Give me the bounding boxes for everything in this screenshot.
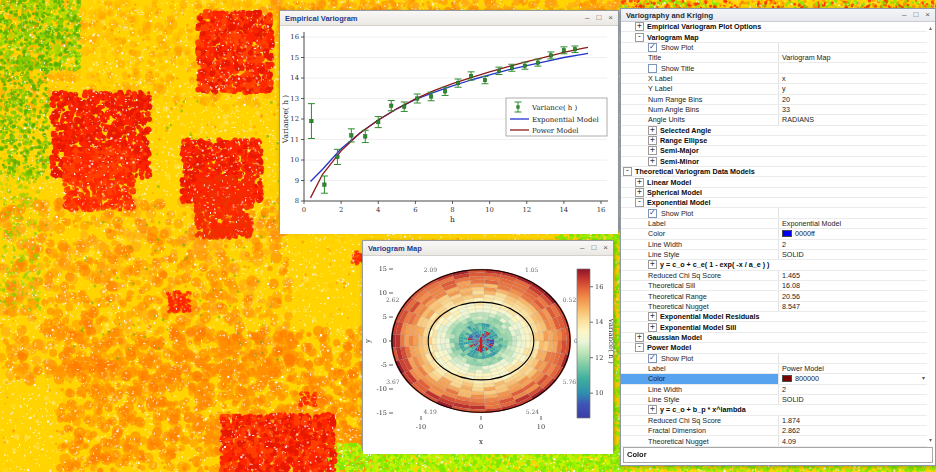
property-value-cell[interactable]: RADIANS <box>778 115 927 124</box>
property-value-cell[interactable]: Variogram Map <box>778 53 927 62</box>
checkbox-checked-icon[interactable] <box>648 209 657 218</box>
property-row[interactable]: Show Plot <box>621 208 927 218</box>
property-value-cell[interactable] <box>778 354 927 363</box>
expand-icon[interactable]: + <box>648 136 657 145</box>
expand-icon[interactable]: + <box>648 126 657 135</box>
property-row[interactable]: LabelPower Model <box>621 364 927 374</box>
property-category-row[interactable]: -Variogram Map <box>621 32 927 42</box>
checkbox-unchecked-icon[interactable] <box>648 64 657 73</box>
expand-icon[interactable]: + <box>648 405 657 414</box>
property-value-cell[interactable]: 33 <box>778 105 927 114</box>
collapse-icon[interactable]: - <box>623 167 632 176</box>
property-value-cell[interactable] <box>778 63 927 72</box>
property-row[interactable]: TitleVariogram Map <box>621 53 927 63</box>
property-value-cell[interactable]: 2.862 <box>778 426 927 435</box>
minimize-icon[interactable]: – <box>902 11 906 19</box>
collapse-icon[interactable]: - <box>635 198 644 207</box>
property-row[interactable]: X Labelx <box>621 74 927 84</box>
property-row[interactable]: Num Range Bins20 <box>621 95 927 105</box>
property-row[interactable]: Line StyleSOLID <box>621 395 927 405</box>
expand-icon[interactable]: + <box>648 260 657 269</box>
property-category-row[interactable]: +Exponential Model Residuals <box>621 312 927 322</box>
property-value-cell[interactable]: 20.56 <box>778 291 927 300</box>
property-row[interactable]: Theoretical Nugget8.547 <box>621 302 927 312</box>
variogram-map-plot[interactable] <box>363 256 613 450</box>
property-value-cell[interactable]: Exponential Model <box>778 219 927 228</box>
maximize-icon[interactable]: □ <box>591 244 596 252</box>
property-row[interactable]: Fractal Dimension2.862 <box>621 426 927 436</box>
property-row[interactable]: Theoretical Range20.56 <box>621 291 927 301</box>
property-value-cell[interactable]: SOLID <box>778 250 927 259</box>
property-value-cell[interactable]: 2 <box>778 240 927 249</box>
expand-icon[interactable]: + <box>635 22 644 31</box>
property-category-row[interactable]: +Spherical Model <box>621 188 927 198</box>
property-category-row[interactable]: +Semi-Major <box>621 146 927 156</box>
property-category-row[interactable]: +Semi-Minor <box>621 157 927 167</box>
property-row[interactable]: Line StyleSOLID <box>621 250 927 260</box>
property-value-cell[interactable]: 1.874 <box>778 416 927 425</box>
close-icon[interactable]: × <box>925 11 930 19</box>
property-category-row[interactable]: +Exponential Model Sill <box>621 322 927 332</box>
property-value-cell[interactable]: Power Model <box>778 364 927 373</box>
property-category-row[interactable]: -Theoretical Variogram Data Models <box>621 167 927 177</box>
property-row[interactable]: Angle UnitsRADIANS <box>621 115 927 125</box>
property-category-row[interactable]: +y = c_o + b_p * x^lambda <box>621 405 927 415</box>
checkbox-checked-icon[interactable] <box>648 43 657 52</box>
expand-icon[interactable]: + <box>635 188 644 197</box>
property-value-cell[interactable]: SOLID <box>778 395 927 404</box>
expand-icon[interactable]: + <box>648 157 657 166</box>
property-value-cell[interactable]: 0000ff <box>778 229 927 238</box>
property-row[interactable]: Theoretical Nugget4.09 <box>621 436 927 446</box>
property-category-row[interactable]: -Power Model <box>621 343 927 353</box>
variogram-map-titlebar[interactable]: Variogram Map – □ × <box>363 241 613 256</box>
minimize-icon[interactable]: – <box>585 14 589 22</box>
panel-titlebar[interactable]: Variography and Kriging – □ × <box>621 9 935 22</box>
empirical-variogram-plot[interactable]: 89101112131415160246810121416hVariance( … <box>280 26 618 230</box>
property-value-cell[interactable]: y <box>778 84 927 93</box>
checkbox-checked-icon[interactable] <box>648 354 657 363</box>
expand-icon[interactable]: + <box>635 178 644 187</box>
scroll-up-icon[interactable]: ▴ <box>929 25 932 31</box>
property-value-cell[interactable]: x <box>778 74 927 83</box>
property-value-cell[interactable]: 800000▾ <box>778 374 927 383</box>
property-row[interactable]: Reduced Chi Sq Score1.465 <box>621 271 927 281</box>
property-value-cell[interactable]: 8.547 <box>778 302 927 311</box>
property-value-cell[interactable]: 4.09 <box>778 436 927 445</box>
property-row[interactable]: Color0000ff <box>621 229 927 239</box>
maximize-icon[interactable]: □ <box>913 11 918 19</box>
property-category-row[interactable]: +y = c_o + c_e( 1 - exp( -x / a_e ) ) <box>621 260 927 270</box>
expand-icon[interactable]: + <box>648 312 657 321</box>
minimize-icon[interactable]: – <box>580 244 584 252</box>
property-row[interactable]: Color800000▾ <box>621 374 927 384</box>
expand-icon[interactable]: + <box>648 323 657 332</box>
property-category-row[interactable]: +Empirical Variogram Plot Options <box>621 22 927 32</box>
property-category-row[interactable]: +Selected Angle <box>621 126 927 136</box>
property-row[interactable]: Num Angle Bins33 <box>621 105 927 115</box>
property-row[interactable]: Show Plot <box>621 43 927 53</box>
chevron-down-icon[interactable]: ▾ <box>922 374 925 383</box>
property-category-row[interactable]: +Range Ellipse <box>621 136 927 146</box>
property-row[interactable]: Theoretical Sill16.08 <box>621 281 927 291</box>
property-value-cell[interactable] <box>778 208 927 217</box>
scroll-down-icon[interactable]: ▾ <box>929 437 932 443</box>
maximize-icon[interactable]: □ <box>596 14 601 22</box>
property-value-cell[interactable]: 2 <box>778 385 927 394</box>
empirical-variogram-titlebar[interactable]: Empirical Variogram – □ × <box>280 11 618 26</box>
property-row[interactable]: Line Width2 <box>621 240 927 250</box>
property-category-row[interactable]: +Linear Model <box>621 177 927 187</box>
expand-icon[interactable]: + <box>648 146 657 155</box>
property-row[interactable]: LabelExponential Model <box>621 219 927 229</box>
collapse-icon[interactable]: - <box>635 33 644 42</box>
property-category-row[interactable]: +Gaussian Model <box>621 333 927 343</box>
close-icon[interactable]: × <box>603 244 608 252</box>
expand-icon[interactable]: + <box>635 333 644 342</box>
property-row[interactable]: Line Width2 <box>621 385 927 395</box>
property-value-cell[interactable]: 16.08 <box>778 281 927 290</box>
property-row[interactable]: Reduced Chi Sq Score1.874 <box>621 416 927 426</box>
property-value-cell[interactable]: 1.465 <box>778 271 927 280</box>
property-value-cell[interactable] <box>778 43 927 52</box>
property-value-cell[interactable]: 20 <box>778 95 927 104</box>
property-category-row[interactable]: -Exponential Model <box>621 198 927 208</box>
collapse-icon[interactable]: - <box>635 343 644 352</box>
property-row[interactable]: Show Title <box>621 63 927 73</box>
